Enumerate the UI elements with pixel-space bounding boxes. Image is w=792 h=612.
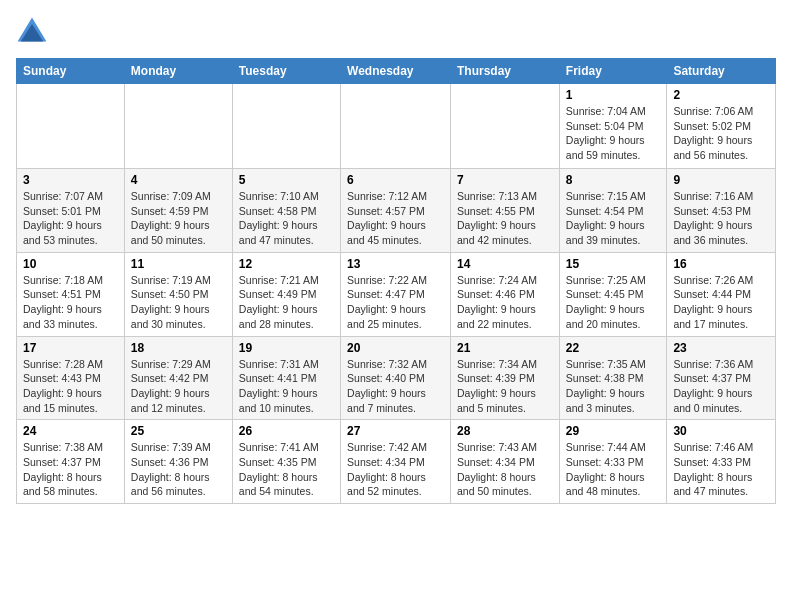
day-info: Sunrise: 7:09 AM Sunset: 4:59 PM Dayligh… (131, 189, 226, 248)
calendar-cell: 29Sunrise: 7:44 AM Sunset: 4:33 PM Dayli… (559, 420, 667, 504)
day-info: Sunrise: 7:32 AM Sunset: 4:40 PM Dayligh… (347, 357, 444, 416)
calendar-table: SundayMondayTuesdayWednesdayThursdayFrid… (16, 58, 776, 504)
day-info: Sunrise: 7:35 AM Sunset: 4:38 PM Dayligh… (566, 357, 661, 416)
calendar-cell (17, 84, 125, 169)
day-info: Sunrise: 7:29 AM Sunset: 4:42 PM Dayligh… (131, 357, 226, 416)
day-number: 20 (347, 341, 444, 355)
weekday-header-sunday: Sunday (17, 59, 125, 84)
day-info: Sunrise: 7:31 AM Sunset: 4:41 PM Dayligh… (239, 357, 334, 416)
day-info: Sunrise: 7:24 AM Sunset: 4:46 PM Dayligh… (457, 273, 553, 332)
calendar-cell: 20Sunrise: 7:32 AM Sunset: 4:40 PM Dayli… (341, 336, 451, 420)
day-info: Sunrise: 7:43 AM Sunset: 4:34 PM Dayligh… (457, 440, 553, 499)
day-info: Sunrise: 7:13 AM Sunset: 4:55 PM Dayligh… (457, 189, 553, 248)
weekday-header-monday: Monday (124, 59, 232, 84)
day-info: Sunrise: 7:22 AM Sunset: 4:47 PM Dayligh… (347, 273, 444, 332)
calendar-cell: 17Sunrise: 7:28 AM Sunset: 4:43 PM Dayli… (17, 336, 125, 420)
day-number: 19 (239, 341, 334, 355)
day-number: 17 (23, 341, 118, 355)
calendar-cell (341, 84, 451, 169)
day-number: 15 (566, 257, 661, 271)
day-info: Sunrise: 7:18 AM Sunset: 4:51 PM Dayligh… (23, 273, 118, 332)
calendar-cell: 6Sunrise: 7:12 AM Sunset: 4:57 PM Daylig… (341, 169, 451, 253)
day-number: 4 (131, 173, 226, 187)
day-info: Sunrise: 7:26 AM Sunset: 4:44 PM Dayligh… (673, 273, 769, 332)
day-number: 3 (23, 173, 118, 187)
day-number: 12 (239, 257, 334, 271)
calendar-cell (124, 84, 232, 169)
calendar-cell: 19Sunrise: 7:31 AM Sunset: 4:41 PM Dayli… (232, 336, 340, 420)
day-number: 8 (566, 173, 661, 187)
calendar-cell: 4Sunrise: 7:09 AM Sunset: 4:59 PM Daylig… (124, 169, 232, 253)
day-number: 21 (457, 341, 553, 355)
calendar-cell (451, 84, 560, 169)
calendar-cell: 21Sunrise: 7:34 AM Sunset: 4:39 PM Dayli… (451, 336, 560, 420)
day-number: 26 (239, 424, 334, 438)
calendar-cell: 5Sunrise: 7:10 AM Sunset: 4:58 PM Daylig… (232, 169, 340, 253)
calendar-cell (232, 84, 340, 169)
calendar-cell: 24Sunrise: 7:38 AM Sunset: 4:37 PM Dayli… (17, 420, 125, 504)
day-info: Sunrise: 7:06 AM Sunset: 5:02 PM Dayligh… (673, 104, 769, 163)
calendar-cell: 7Sunrise: 7:13 AM Sunset: 4:55 PM Daylig… (451, 169, 560, 253)
day-number: 14 (457, 257, 553, 271)
day-number: 10 (23, 257, 118, 271)
day-number: 27 (347, 424, 444, 438)
day-info: Sunrise: 7:10 AM Sunset: 4:58 PM Dayligh… (239, 189, 334, 248)
calendar-cell: 23Sunrise: 7:36 AM Sunset: 4:37 PM Dayli… (667, 336, 776, 420)
day-info: Sunrise: 7:34 AM Sunset: 4:39 PM Dayligh… (457, 357, 553, 416)
day-number: 2 (673, 88, 769, 102)
day-number: 28 (457, 424, 553, 438)
day-number: 9 (673, 173, 769, 187)
calendar-cell: 28Sunrise: 7:43 AM Sunset: 4:34 PM Dayli… (451, 420, 560, 504)
day-info: Sunrise: 7:44 AM Sunset: 4:33 PM Dayligh… (566, 440, 661, 499)
day-info: Sunrise: 7:36 AM Sunset: 4:37 PM Dayligh… (673, 357, 769, 416)
day-info: Sunrise: 7:21 AM Sunset: 4:49 PM Dayligh… (239, 273, 334, 332)
day-number: 23 (673, 341, 769, 355)
calendar-cell: 2Sunrise: 7:06 AM Sunset: 5:02 PM Daylig… (667, 84, 776, 169)
calendar-cell: 13Sunrise: 7:22 AM Sunset: 4:47 PM Dayli… (341, 252, 451, 336)
calendar-cell: 22Sunrise: 7:35 AM Sunset: 4:38 PM Dayli… (559, 336, 667, 420)
calendar-cell: 25Sunrise: 7:39 AM Sunset: 4:36 PM Dayli… (124, 420, 232, 504)
day-info: Sunrise: 7:25 AM Sunset: 4:45 PM Dayligh… (566, 273, 661, 332)
logo (16, 16, 52, 48)
day-number: 6 (347, 173, 444, 187)
day-info: Sunrise: 7:16 AM Sunset: 4:53 PM Dayligh… (673, 189, 769, 248)
calendar-cell: 18Sunrise: 7:29 AM Sunset: 4:42 PM Dayli… (124, 336, 232, 420)
day-info: Sunrise: 7:15 AM Sunset: 4:54 PM Dayligh… (566, 189, 661, 248)
calendar-cell: 14Sunrise: 7:24 AM Sunset: 4:46 PM Dayli… (451, 252, 560, 336)
weekday-header-tuesday: Tuesday (232, 59, 340, 84)
calendar-cell: 3Sunrise: 7:07 AM Sunset: 5:01 PM Daylig… (17, 169, 125, 253)
calendar-cell: 9Sunrise: 7:16 AM Sunset: 4:53 PM Daylig… (667, 169, 776, 253)
weekday-header-thursday: Thursday (451, 59, 560, 84)
calendar-cell: 27Sunrise: 7:42 AM Sunset: 4:34 PM Dayli… (341, 420, 451, 504)
calendar-cell: 10Sunrise: 7:18 AM Sunset: 4:51 PM Dayli… (17, 252, 125, 336)
day-number: 30 (673, 424, 769, 438)
calendar-cell: 12Sunrise: 7:21 AM Sunset: 4:49 PM Dayli… (232, 252, 340, 336)
day-number: 1 (566, 88, 661, 102)
day-info: Sunrise: 7:28 AM Sunset: 4:43 PM Dayligh… (23, 357, 118, 416)
day-number: 25 (131, 424, 226, 438)
day-number: 11 (131, 257, 226, 271)
day-info: Sunrise: 7:12 AM Sunset: 4:57 PM Dayligh… (347, 189, 444, 248)
weekday-header-friday: Friday (559, 59, 667, 84)
day-number: 16 (673, 257, 769, 271)
day-number: 5 (239, 173, 334, 187)
day-number: 22 (566, 341, 661, 355)
day-info: Sunrise: 7:41 AM Sunset: 4:35 PM Dayligh… (239, 440, 334, 499)
calendar-cell: 11Sunrise: 7:19 AM Sunset: 4:50 PM Dayli… (124, 252, 232, 336)
calendar-cell: 30Sunrise: 7:46 AM Sunset: 4:33 PM Dayli… (667, 420, 776, 504)
day-info: Sunrise: 7:38 AM Sunset: 4:37 PM Dayligh… (23, 440, 118, 499)
day-number: 29 (566, 424, 661, 438)
calendar-cell: 16Sunrise: 7:26 AM Sunset: 4:44 PM Dayli… (667, 252, 776, 336)
day-number: 18 (131, 341, 226, 355)
day-info: Sunrise: 7:19 AM Sunset: 4:50 PM Dayligh… (131, 273, 226, 332)
day-info: Sunrise: 7:46 AM Sunset: 4:33 PM Dayligh… (673, 440, 769, 499)
day-number: 24 (23, 424, 118, 438)
day-info: Sunrise: 7:04 AM Sunset: 5:04 PM Dayligh… (566, 104, 661, 163)
day-info: Sunrise: 7:07 AM Sunset: 5:01 PM Dayligh… (23, 189, 118, 248)
calendar-cell: 8Sunrise: 7:15 AM Sunset: 4:54 PM Daylig… (559, 169, 667, 253)
weekday-header-saturday: Saturday (667, 59, 776, 84)
calendar-cell: 26Sunrise: 7:41 AM Sunset: 4:35 PM Dayli… (232, 420, 340, 504)
weekday-header-wednesday: Wednesday (341, 59, 451, 84)
day-number: 13 (347, 257, 444, 271)
calendar-cell: 1Sunrise: 7:04 AM Sunset: 5:04 PM Daylig… (559, 84, 667, 169)
